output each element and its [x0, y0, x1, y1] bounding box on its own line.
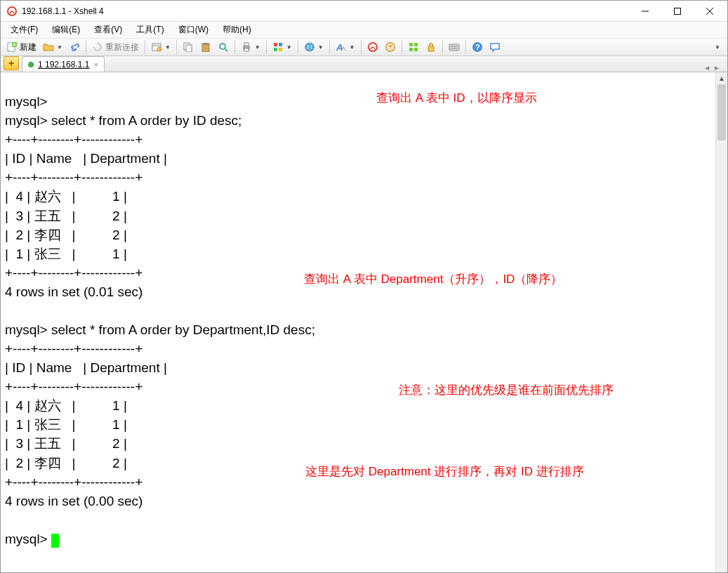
terminal-line: | ID | Name | Department |	[5, 151, 167, 166]
app-icon	[6, 6, 18, 17]
tab-label: 1 192.168.1.1	[38, 60, 89, 70]
font-button[interactable]: AA▼	[333, 39, 358, 55]
color-button[interactable]: ▼	[270, 39, 295, 55]
menu-help[interactable]: 帮助(H)	[216, 22, 258, 38]
annotation: 这里是先对 Department 进行排序，再对 ID 进行排序	[305, 464, 584, 480]
new-label: 新建	[20, 41, 37, 53]
chevron-down-icon: ▼	[318, 44, 324, 51]
terminal-line: 4 rows in set (0.01 sec)	[5, 284, 143, 299]
lock-button[interactable]	[423, 39, 439, 55]
copy-button[interactable]	[180, 39, 197, 55]
open-button[interactable]: ▼	[40, 39, 65, 55]
svg-rect-31	[409, 43, 413, 46]
maximize-button[interactable]	[661, 1, 694, 22]
svg-rect-34	[414, 48, 418, 51]
add-tab-button[interactable]: +	[4, 56, 19, 70]
svg-rect-36	[449, 44, 459, 51]
print-button[interactable]: ▼	[238, 39, 263, 55]
tabbar: + 1 192.168.1.1 × ◄ ►	[1, 56, 727, 72]
menu-edit[interactable]: 编辑(E)	[45, 22, 87, 38]
terminal-line: | 3 | 王五 | 2 |	[5, 436, 127, 451]
terminal-line: +----+--------+------------+	[5, 265, 143, 280]
terminal-prompt: mysql>	[5, 532, 51, 546]
keyboard-button[interactable]	[446, 39, 463, 55]
separator	[176, 40, 177, 54]
terminal-line: +----+--------+------------+	[5, 379, 143, 394]
separator	[329, 40, 330, 54]
terminal-line: | 2 | 李四 | 2 |	[5, 228, 127, 242]
svg-line-17	[225, 48, 227, 51]
svg-rect-15	[204, 43, 208, 45]
terminal-line: | 4 | 赵六 | 1 |	[5, 398, 127, 413]
annotation: 查询出 A 表中 Department（升序），ID（降序）	[304, 272, 562, 287]
terminal-line: | 2 | 李四 | 2 |	[5, 456, 127, 470]
globe-button[interactable]: ▼	[301, 39, 326, 55]
cursor	[51, 534, 59, 548]
terminal-line: mysql>	[5, 94, 48, 109]
terminal-line: mysql> select * from A order by Departme…	[5, 322, 315, 337]
reconnect-button[interactable]: 重新连接	[89, 39, 142, 55]
chevron-down-icon: ▼	[57, 44, 62, 51]
tile-button[interactable]	[405, 39, 422, 55]
session-tab[interactable]: 1 192.168.1.1 ×	[22, 56, 105, 72]
svg-rect-32	[414, 43, 418, 46]
window-title: 192.168.1.1 - Xshell 4	[22, 6, 629, 16]
terminal-line: | ID | Name | Department |	[5, 360, 167, 375]
help-button[interactable]: ?	[469, 39, 486, 55]
separator	[86, 40, 86, 54]
paste-button[interactable]	[197, 39, 214, 55]
terminal-line: +----+--------+------------+	[5, 475, 143, 489]
close-button[interactable]	[694, 1, 726, 22]
menu-file[interactable]: 文件(F)	[4, 22, 45, 38]
find-button[interactable]	[215, 39, 232, 55]
minimize-button[interactable]	[629, 1, 661, 22]
terminal-container: mysql> mysql> select * from A order by I…	[1, 72, 727, 573]
menu-window[interactable]: 窗口(W)	[171, 22, 216, 38]
link-button[interactable]	[66, 39, 83, 55]
svg-point-16	[220, 44, 225, 49]
scroll-thumb[interactable]	[717, 84, 726, 140]
separator	[442, 40, 443, 54]
xshell-icon-button[interactable]	[364, 39, 381, 55]
chevron-down-icon: ▼	[286, 44, 292, 51]
toolbar: 新建 ▼ 重新连接 ▼ ▼ ▼ ▼ AA▼ ? ▼	[1, 39, 727, 56]
xftp-icon-button[interactable]	[382, 39, 399, 55]
terminal-line: +----+--------+------------+	[5, 170, 143, 185]
terminal-line: +----+--------+------------+	[5, 341, 143, 356]
terminal-line: mysql> select * from A order by ID desc;	[5, 113, 241, 128]
separator	[361, 40, 362, 54]
toolbar-overflow[interactable]: ▼	[715, 44, 724, 51]
terminal[interactable]: mysql> mysql> select * from A order by I…	[1, 72, 715, 573]
chevron-down-icon: ▼	[350, 44, 355, 51]
new-button[interactable]: 新建	[4, 39, 39, 55]
tab-next-button[interactable]: ►	[713, 64, 720, 72]
svg-rect-24	[279, 48, 282, 51]
menu-tools[interactable]: 工具(T)	[129, 22, 171, 38]
tab-close-button[interactable]: ×	[93, 60, 98, 69]
annotation: 注意：这里的优先级是谁在前面优先排序	[399, 383, 614, 398]
svg-text:A: A	[341, 45, 345, 52]
scroll-up-button[interactable]: ▲	[716, 72, 727, 84]
svg-rect-20	[244, 48, 249, 51]
properties-button[interactable]: ▼	[148, 39, 173, 55]
chevron-down-icon: ▼	[255, 44, 260, 51]
separator	[465, 40, 466, 54]
svg-rect-19	[244, 43, 249, 46]
separator	[234, 40, 235, 54]
svg-text:?: ?	[475, 43, 480, 51]
menubar: 文件(F) 编辑(E) 查看(V) 工具(T) 窗口(W) 帮助(H)	[1, 22, 727, 39]
separator	[145, 40, 145, 54]
svg-rect-2	[675, 8, 681, 14]
svg-point-11	[157, 47, 161, 51]
svg-rect-23	[274, 48, 277, 51]
menu-view[interactable]: 查看(V)	[87, 22, 129, 38]
tab-nav: ◄ ►	[703, 64, 724, 72]
status-dot-icon	[28, 62, 34, 67]
scrollbar[interactable]: ▲ ▼	[715, 72, 727, 573]
chevron-down-icon: ▼	[165, 44, 171, 51]
terminal-line: | 1 | 张三 | 1 |	[5, 246, 127, 261]
svg-rect-21	[274, 43, 277, 46]
feedback-button[interactable]	[487, 39, 503, 55]
tab-prev-button[interactable]: ◄	[703, 64, 710, 72]
terminal-line: +----+--------+------------+	[5, 132, 143, 147]
